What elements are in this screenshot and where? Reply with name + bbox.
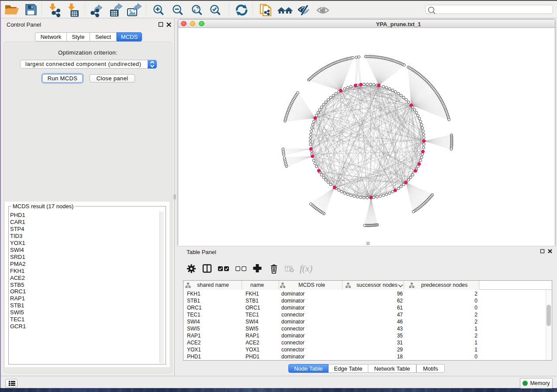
svg-text:f(x): f(x) xyxy=(300,263,312,274)
